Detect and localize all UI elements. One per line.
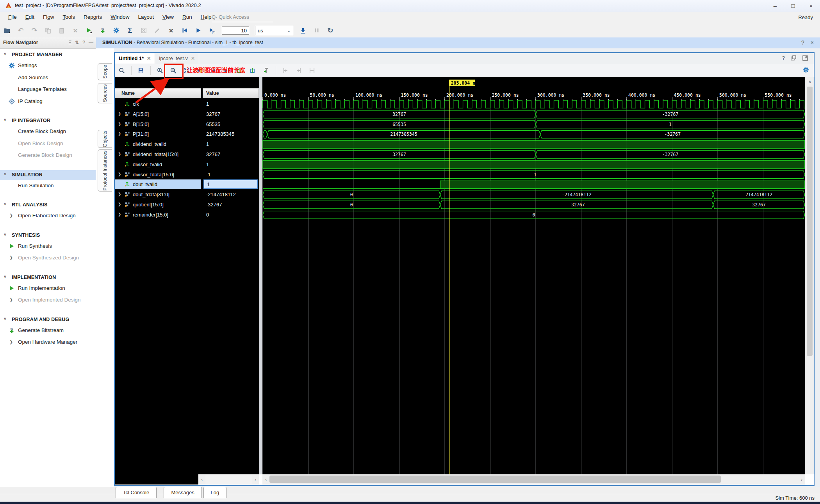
wave-scroll-right-icon[interactable]: › <box>798 475 805 484</box>
maximize-button[interactable]: □ <box>784 0 802 11</box>
side-tab-objects[interactable]: Objects <box>98 130 112 148</box>
minimize-panel-icon[interactable]: — <box>89 40 93 45</box>
flow-item-create-block-design[interactable]: Create Block Design <box>0 127 96 137</box>
time-unit-select[interactable]: us⌄ <box>255 26 293 35</box>
flow-section-rtl-analysis[interactable]: ˅RTL ANALYSIS <box>0 200 96 210</box>
flow-item-open-implemented-design[interactable]: ❯Open Implemented Design <box>0 296 96 305</box>
expand-icon[interactable]: ❯ <box>118 172 121 176</box>
expand-icon[interactable]: ❯ <box>118 152 121 156</box>
flow-item-run-implementation[interactable]: Run Implementation <box>0 284 96 293</box>
close-tab-icon[interactable]: ✕ <box>191 56 195 61</box>
flow-section-synthesis[interactable]: ˅SYNTHESIS <box>0 231 96 241</box>
help-icon[interactable]: ? <box>82 40 85 45</box>
signal-name-cell[interactable]: dividend_tvalid <box>115 139 201 149</box>
signal-name-cell[interactable]: ❯divisor_tdata[15:0] <box>115 170 201 179</box>
signal-name-cell[interactable]: divisor_tvalid <box>115 160 201 169</box>
flow-item-open-synthesized-design[interactable]: ❯Open Synthesized Design <box>0 254 96 263</box>
bottom-tab-tcl-console[interactable]: Tcl Console <box>116 487 157 498</box>
waveform-svg[interactable]: 0.000 ns50.000 ns100.000 ns150.000 ns200… <box>262 77 805 474</box>
close-tab-icon[interactable]: ✕ <box>147 56 151 61</box>
signal-row-dout_tdata310[interactable]: ❯dout_tdata[31:0]-2147418112 <box>115 190 259 200</box>
flow-section-project-manager[interactable]: ˅PROJECT MANAGER <box>0 50 96 60</box>
delete-icon[interactable]: ✕ <box>71 27 79 34</box>
flow-section-implementation[interactable]: ˅IMPLEMENTATION <box>0 273 96 283</box>
signal-name-cell[interactable]: ❯quotient[15:0] <box>115 200 201 209</box>
expand-all-icon[interactable]: ⇅ <box>75 40 79 45</box>
signal-name-cell[interactable]: dout_tvalid <box>115 179 201 189</box>
menu-flow[interactable]: Flow <box>39 12 59 23</box>
maximize-panel-icon[interactable] <box>802 55 808 61</box>
vertical-scroll-thumb[interactable] <box>807 87 813 356</box>
signal-row-dividend_tvalid[interactable]: dividend_tvalid1 <box>115 139 259 149</box>
flow-item-add-sources[interactable]: Add Sources <box>0 73 96 83</box>
generate-bitstream-icon[interactable]: 01 <box>99 27 107 34</box>
edit-pen-icon[interactable] <box>153 27 161 34</box>
flow-item-open-hardware-manager[interactable]: ❯Open Hardware Manager <box>0 338 96 347</box>
signal-row-divisor_tdata150[interactable]: ❯divisor_tdata[15:0]-1 <box>115 170 259 180</box>
float-window-icon[interactable] <box>790 55 797 61</box>
flow-section-program-and-debug[interactable]: ˅PROGRAM AND DEBUG <box>0 315 96 325</box>
side-tab-sources[interactable]: Sources <box>98 83 112 103</box>
swap-cursor-icon[interactable] <box>308 67 316 75</box>
bottom-tab-messages[interactable]: Messages <box>164 487 201 498</box>
break-icon[interactable]: ✕ <box>167 27 175 34</box>
signal-name-cell[interactable]: ❯dout_tdata[31:0] <box>115 190 201 199</box>
next-transition-icon[interactable] <box>295 67 303 75</box>
report-sigma-icon[interactable]: Σ <box>126 27 134 34</box>
table-horizontal-scrollbar[interactable]: ‹ › <box>198 474 259 484</box>
signal-row-p310[interactable]: ❯P[31:0]2147385345 <box>115 129 259 139</box>
restart-simulation-icon[interactable] <box>181 27 189 34</box>
signal-row-dout_tvalid[interactable]: dout_tvalid1 <box>115 179 259 190</box>
expand-icon[interactable]: ❯ <box>118 122 121 126</box>
expand-icon[interactable]: ❯ <box>118 131 121 136</box>
flow-item-open-block-design[interactable]: Open Block Design <box>0 139 96 149</box>
signal-row-remainder150[interactable]: ❯remainder[15:0]0 <box>115 210 259 220</box>
validate-icon[interactable] <box>140 27 148 34</box>
relaunch-icon[interactable]: ↻ <box>326 27 334 34</box>
signal-row-divisor_tvalid[interactable]: divisor_tvalid1 <box>115 160 259 170</box>
menu-file[interactable]: File <box>4 12 21 23</box>
waveform-canvas[interactable]: 0.000 ns50.000 ns100.000 ns150.000 ns200… <box>262 77 805 474</box>
table-wave-splitter[interactable] <box>259 77 262 474</box>
wave-tab-ipcore-test-v[interactable]: ipcore_test.v✕ <box>155 53 199 64</box>
scroll-up-icon[interactable]: ∧ <box>806 77 814 86</box>
wave-tab-untitled-1-[interactable]: Untitled 1*✕ <box>115 53 155 64</box>
column-divider[interactable] <box>202 98 202 474</box>
header-close-icon[interactable]: × <box>811 39 814 46</box>
zoom-in-icon[interactable] <box>156 67 164 75</box>
wave-scroll-left-icon[interactable]: ‹ <box>262 475 269 484</box>
menu-run[interactable]: Run <box>178 12 196 23</box>
vertical-scrollbar[interactable]: ∧ <box>805 77 814 474</box>
open-project-icon[interactable] <box>3 27 11 34</box>
expand-icon[interactable]: ❯ <box>118 112 121 116</box>
signal-name-cell[interactable]: ❯P[31:0] <box>115 129 201 139</box>
find-icon[interactable] <box>118 67 126 75</box>
panel-help-icon[interactable]: ? <box>782 55 785 61</box>
signal-name-cell[interactable]: ❯dividend_tdata[15:0] <box>115 149 201 159</box>
close-button[interactable]: × <box>802 0 820 11</box>
wave-settings-gear-icon[interactable] <box>803 67 809 73</box>
run-button[interactable] <box>85 27 93 34</box>
menu-window[interactable]: Window <box>106 12 134 23</box>
wave-scroll-thumb[interactable] <box>269 476 721 483</box>
expand-icon[interactable]: ❯ <box>118 212 121 217</box>
menu-layout[interactable]: Layout <box>134 12 158 23</box>
expand-icon[interactable]: ❯ <box>118 202 121 206</box>
wave-horizontal-scrollbar[interactable]: ‹ › <box>262 474 805 484</box>
header-help-icon[interactable]: ? <box>801 39 804 46</box>
signal-name-cell[interactable]: ❯remainder[15:0] <box>115 210 201 220</box>
flow-item-run-synthesis[interactable]: Run Synthesis <box>0 242 96 251</box>
copy-icon[interactable] <box>44 27 52 34</box>
step-icon[interactable] <box>299 27 307 34</box>
undo-icon[interactable]: ↶ <box>17 27 25 34</box>
quick-access-search[interactable]: Q- Quick Access <box>212 14 273 22</box>
expand-icon[interactable]: ❯ <box>118 192 121 196</box>
run-time-input[interactable] <box>222 26 249 35</box>
collapse-all-icon[interactable]: Ξ <box>68 40 71 45</box>
scroll-right-icon[interactable]: › <box>252 475 259 484</box>
menu-view[interactable]: View <box>158 12 178 23</box>
add-marker-icon[interactable] <box>262 67 270 75</box>
flow-item-open-elaborated-design[interactable]: ❯Open Elaborated Design <box>0 211 96 221</box>
flow-item-run-simulation[interactable]: Run Simulation <box>0 181 96 191</box>
bottom-tab-log[interactable]: Log <box>203 487 227 498</box>
